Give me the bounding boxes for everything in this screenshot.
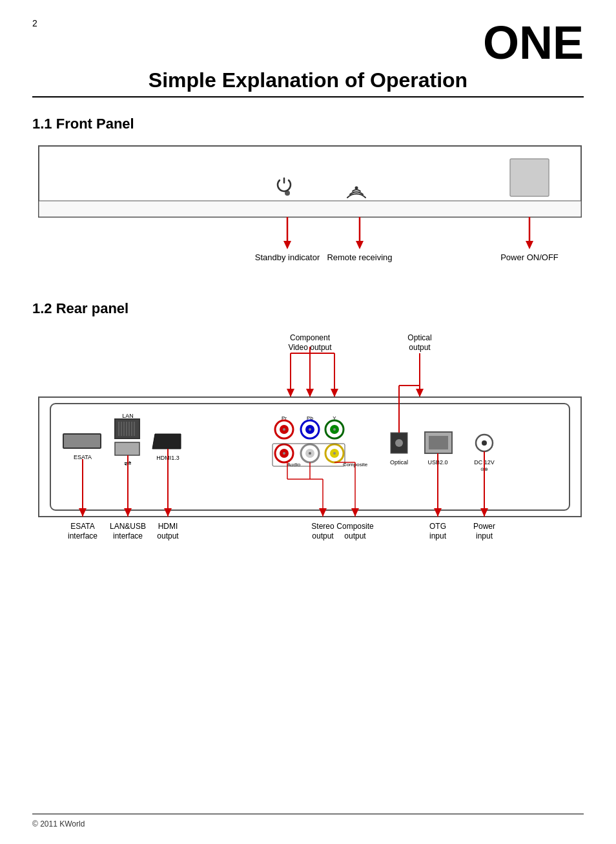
svg-point-3	[355, 187, 358, 190]
svg-text:output: output	[157, 531, 179, 540]
svg-marker-21	[306, 389, 314, 397]
svg-text:OTG: OTG	[429, 522, 446, 531]
svg-point-76	[482, 440, 487, 446]
svg-text:Component: Component	[290, 333, 331, 342]
svg-text:interface: interface	[68, 531, 98, 540]
svg-text:LAN&USB: LAN&USB	[110, 522, 146, 531]
svg-text:input: input	[429, 531, 447, 540]
svg-text:LAN: LAN	[122, 413, 134, 419]
svg-text:ESATA: ESATA	[70, 522, 95, 531]
svg-point-59	[283, 452, 285, 455]
svg-text:Remote receiving: Remote receiving	[327, 252, 392, 262]
svg-point-62	[309, 452, 311, 455]
svg-marker-23	[331, 389, 338, 397]
svg-rect-1	[39, 201, 581, 217]
svg-rect-30	[63, 434, 101, 448]
svg-marker-19	[287, 389, 294, 397]
svg-text:Standby indicator: Standby indicator	[255, 252, 320, 262]
svg-marker-43	[152, 434, 181, 449]
svg-text:Power: Power	[473, 522, 495, 531]
section-1-title: 1.1 Front Panel	[32, 116, 584, 132]
svg-marker-27	[416, 389, 424, 397]
svg-marker-10	[526, 241, 533, 249]
section-2-title: 1.2 Rear panel	[32, 300, 584, 317]
svg-point-50	[283, 428, 285, 431]
svg-text:Audio: Audio	[287, 462, 301, 468]
svg-text:output: output	[344, 531, 366, 540]
svg-point-65	[333, 452, 336, 455]
svg-point-70	[395, 439, 403, 447]
svg-point-53	[309, 428, 311, 431]
svg-text:Optical: Optical	[390, 459, 408, 466]
svg-text:output: output	[312, 531, 334, 540]
svg-text:Optical: Optical	[407, 333, 431, 342]
svg-rect-41	[115, 442, 139, 455]
svg-text:Composite: Composite	[336, 522, 374, 531]
page-subtitle: Simple Explanation of Operation	[32, 68, 584, 92]
svg-marker-8	[356, 241, 364, 249]
rear-panel-diagram: Component Video output Optical output ES…	[32, 327, 584, 601]
svg-text:HDMI: HDMI	[158, 522, 178, 531]
front-panel-diagram: Standby indicator Remote receiving Power…	[32, 143, 584, 287]
svg-point-56	[333, 428, 336, 431]
svg-text:Stereo: Stereo	[311, 522, 334, 531]
footer: © 2011 KWorld	[32, 814, 584, 829]
svg-rect-4	[510, 159, 549, 196]
title-divider	[32, 96, 584, 98]
svg-text:output: output	[409, 343, 431, 352]
svg-text:input: input	[476, 531, 493, 540]
svg-text:Power ON/OFF: Power ON/OFF	[500, 252, 559, 262]
svg-rect-73	[429, 436, 448, 449]
svg-marker-6	[283, 241, 291, 249]
page-number: 2	[32, 18, 37, 28]
page-title: ONE	[32, 19, 584, 66]
svg-text:interface: interface	[113, 531, 143, 540]
